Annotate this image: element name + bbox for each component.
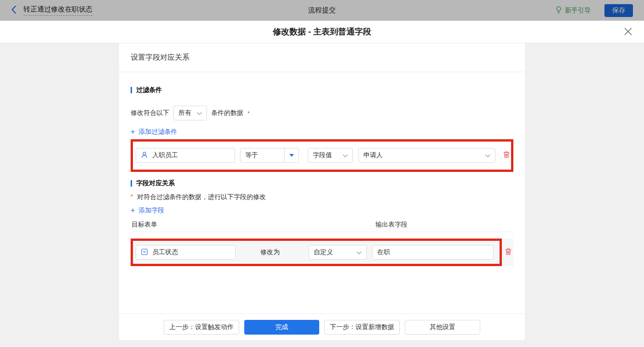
column-output-field: 输出表字段 bbox=[375, 221, 408, 229]
filter-field-input[interactable]: 入职员工 bbox=[136, 148, 235, 163]
back-button[interactable] bbox=[11, 6, 17, 15]
mapping-table-header: 目标表单 输出表字段 bbox=[131, 220, 513, 232]
beginner-guide-link[interactable]: 新手引导 bbox=[555, 6, 591, 15]
prev-step-button[interactable]: 上一步：设置触发动作 bbox=[164, 320, 239, 335]
page-title: 流程提交 bbox=[0, 6, 644, 15]
operator-select[interactable]: 等于 bbox=[240, 148, 299, 163]
modal-titlebar: 修改数据 - 主表到普通字段 bbox=[0, 21, 644, 43]
value-type-select[interactable]: 字段值 bbox=[308, 148, 353, 163]
mapping-section-title: 字段对应关系 bbox=[131, 180, 513, 187]
topbar: 转正通过修改在职状态 流程提交 新手引导 保存 bbox=[0, 0, 644, 21]
column-target-form: 目标表单 bbox=[132, 221, 157, 229]
add-filter-condition-link[interactable]: + 添加过滤条件 bbox=[131, 128, 177, 136]
settings-panel: 设置字段对应关系 过滤条件 修改符合以下 所有 条件的数据 bbox=[119, 43, 525, 340]
modal-body: 设置字段对应关系 过滤条件 修改符合以下 所有 条件的数据 bbox=[0, 43, 644, 347]
required-mark: * bbox=[131, 193, 133, 200]
beginner-guide-label: 新手引导 bbox=[565, 6, 591, 15]
operator-caret-button[interactable] bbox=[284, 148, 299, 162]
condition-prefix: 修改符合以下 bbox=[131, 109, 169, 117]
mapping-description: * 对符合过滤条件的数据，进行以下字段的修改 bbox=[131, 193, 513, 201]
chevron-down-icon bbox=[197, 109, 202, 117]
delete-field-button[interactable] bbox=[505, 248, 512, 257]
modify-to-label: 修改为 bbox=[260, 248, 281, 256]
done-button[interactable]: 完成 bbox=[244, 320, 319, 335]
modal-mask-overlay bbox=[0, 0, 644, 21]
delete-condition-button[interactable] bbox=[503, 151, 510, 160]
filter-section-title: 过滤条件 bbox=[131, 86, 513, 94]
flow-name[interactable]: 转正通过修改在职状态 bbox=[23, 5, 92, 16]
modal-change-data: 修改数据 - 主表到普通字段 设置字段对应关系 过滤条件 修改符合以下 所有 bbox=[0, 21, 644, 347]
add-field-link[interactable]: + 添加字段 bbox=[131, 207, 164, 215]
user-icon bbox=[141, 151, 148, 160]
save-button[interactable]: 保存 bbox=[604, 4, 633, 17]
select-field-icon bbox=[141, 248, 148, 257]
target-field-input[interactable]: 员工状态 bbox=[136, 245, 236, 260]
lightbulb-icon bbox=[555, 6, 562, 15]
trash-icon bbox=[503, 151, 510, 160]
custom-value-input[interactable]: 在职 bbox=[372, 245, 494, 260]
close-icon bbox=[624, 28, 632, 37]
modal-title: 修改数据 - 主表到普通字段 bbox=[273, 26, 371, 37]
chevron-down-icon bbox=[485, 152, 490, 159]
section-bar bbox=[131, 180, 132, 187]
next-step-button[interactable]: 下一步：设置新增数据 bbox=[324, 320, 400, 335]
trash-icon bbox=[505, 248, 512, 257]
match-mode-select[interactable]: 所有 bbox=[173, 106, 207, 120]
chevron-down-icon bbox=[356, 249, 362, 256]
panel-content: 过滤条件 修改符合以下 所有 条件的数据 * + 添加过滤条件 bbox=[119, 72, 525, 313]
mapping-row: 员工状态 修改为 自定义 在职 bbox=[131, 239, 513, 266]
chevron-left-icon bbox=[11, 6, 17, 15]
panel-footer: 上一步：设置触发动作 完成 下一步：设置新增数据 其他设置 bbox=[119, 313, 525, 340]
plus-icon: + bbox=[131, 128, 135, 136]
panel-title: 设置字段对应关系 bbox=[119, 43, 525, 72]
close-button[interactable] bbox=[624, 28, 632, 37]
plus-icon: + bbox=[131, 207, 135, 214]
topbar-right: 新手引导 保存 bbox=[555, 4, 633, 17]
required-mark: * bbox=[247, 110, 250, 117]
other-settings-button[interactable]: 其他设置 bbox=[405, 320, 480, 335]
filter-condition-line: 修改符合以下 所有 条件的数据 * bbox=[131, 106, 513, 120]
section-bar bbox=[131, 87, 132, 93]
triangle-down-icon bbox=[289, 154, 294, 157]
value-mode-select[interactable]: 自定义 bbox=[309, 245, 367, 260]
condition-suffix: 条件的数据 bbox=[211, 109, 243, 117]
filter-row-annotation: 入职员工 等于 字段值 申 bbox=[131, 139, 513, 172]
compare-value-select[interactable]: 申请人 bbox=[358, 148, 495, 163]
topbar-left: 转正通过修改在职状态 bbox=[11, 5, 92, 16]
chevron-down-icon bbox=[343, 152, 348, 159]
